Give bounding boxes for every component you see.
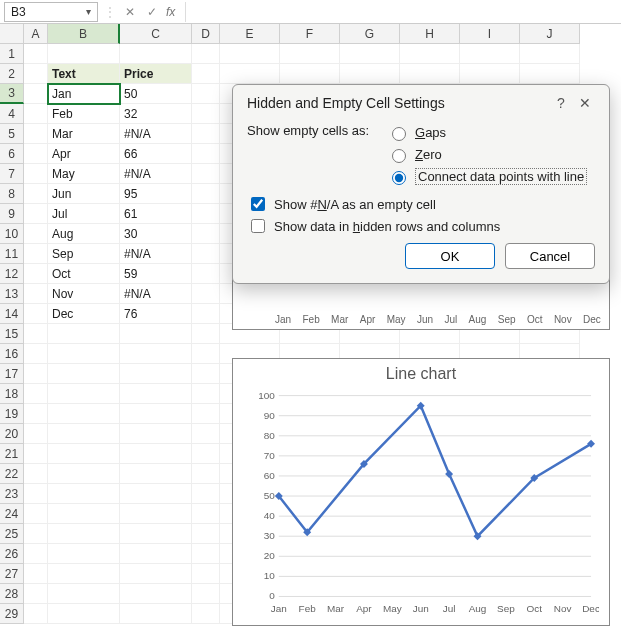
cell[interactable]: 50 xyxy=(120,84,192,104)
row-header[interactable]: 27 xyxy=(0,564,24,584)
cell[interactable] xyxy=(48,364,120,384)
cell[interactable] xyxy=(24,364,48,384)
cancel-formula-icon[interactable]: ✕ xyxy=(122,5,138,19)
cell[interactable] xyxy=(120,324,192,344)
option-gaps[interactable]: Gaps xyxy=(387,121,595,143)
cell[interactable]: Jun xyxy=(48,184,120,204)
column-header[interactable]: F xyxy=(280,24,340,44)
column-header[interactable]: J xyxy=(520,24,580,44)
column-header[interactable]: A xyxy=(24,24,48,44)
cell[interactable] xyxy=(340,44,400,64)
cell[interactable] xyxy=(24,284,48,304)
cell[interactable] xyxy=(192,604,220,624)
checkbox-show-hidden[interactable]: Show data in hidden rows and columns xyxy=(247,215,595,237)
cell[interactable]: #N/A xyxy=(120,164,192,184)
cancel-button[interactable]: Cancel xyxy=(505,243,595,269)
cell[interactable] xyxy=(48,544,120,564)
cell[interactable] xyxy=(24,584,48,604)
cell[interactable] xyxy=(192,284,220,304)
cell[interactable] xyxy=(192,384,220,404)
cell[interactable]: Jan xyxy=(48,84,120,104)
cell[interactable] xyxy=(24,184,48,204)
ok-button[interactable]: OK xyxy=(405,243,495,269)
cell[interactable]: Feb xyxy=(48,104,120,124)
row-header[interactable]: 19 xyxy=(0,404,24,424)
row-header[interactable]: 26 xyxy=(0,544,24,564)
cell[interactable] xyxy=(120,484,192,504)
cell[interactable] xyxy=(120,364,192,384)
row-header[interactable]: 14 xyxy=(0,304,24,324)
cell[interactable] xyxy=(400,64,460,84)
cell[interactable] xyxy=(48,344,120,364)
cell[interactable] xyxy=(48,424,120,444)
cell[interactable] xyxy=(220,64,280,84)
cell[interactable] xyxy=(48,324,120,344)
row-header[interactable]: 18 xyxy=(0,384,24,404)
checkbox-hidden-input[interactable] xyxy=(251,219,265,233)
cell[interactable] xyxy=(192,264,220,284)
cell[interactable] xyxy=(192,164,220,184)
cell[interactable] xyxy=(24,204,48,224)
name-box[interactable]: B3 ▾ xyxy=(4,2,98,22)
cell[interactable] xyxy=(192,544,220,564)
cell[interactable] xyxy=(520,44,580,64)
cell[interactable] xyxy=(120,504,192,524)
column-header[interactable]: E xyxy=(220,24,280,44)
row-header[interactable]: 12 xyxy=(0,264,24,284)
cell[interactable] xyxy=(48,564,120,584)
fx-icon[interactable]: fx xyxy=(166,5,175,19)
cell[interactable] xyxy=(192,304,220,324)
cell[interactable] xyxy=(460,64,520,84)
cell[interactable]: Aug xyxy=(48,224,120,244)
radio-connect[interactable] xyxy=(392,171,406,185)
checkbox-na-input[interactable] xyxy=(251,197,265,211)
radio-zero[interactable] xyxy=(392,149,406,163)
cell[interactable] xyxy=(48,524,120,544)
row-header[interactable]: 23 xyxy=(0,484,24,504)
cell[interactable] xyxy=(24,64,48,84)
cell[interactable]: Sep xyxy=(48,244,120,264)
cell[interactable] xyxy=(192,224,220,244)
cell[interactable]: Text xyxy=(48,64,120,84)
cell[interactable] xyxy=(48,484,120,504)
row-header[interactable]: 11 xyxy=(0,244,24,264)
cell[interactable] xyxy=(24,84,48,104)
cell[interactable] xyxy=(48,444,120,464)
row-header[interactable]: 29 xyxy=(0,604,24,624)
accept-formula-icon[interactable]: ✓ xyxy=(144,5,160,19)
row-header[interactable]: 6 xyxy=(0,144,24,164)
radio-gaps[interactable] xyxy=(392,127,406,141)
cell[interactable] xyxy=(192,444,220,464)
cell[interactable] xyxy=(192,244,220,264)
row-header[interactable]: 10 xyxy=(0,224,24,244)
cell[interactable] xyxy=(192,104,220,124)
cell[interactable]: 95 xyxy=(120,184,192,204)
cell[interactable] xyxy=(192,64,220,84)
row-header[interactable]: 25 xyxy=(0,524,24,544)
cell[interactable] xyxy=(192,524,220,544)
row-header[interactable]: 13 xyxy=(0,284,24,304)
cell[interactable] xyxy=(192,504,220,524)
cell[interactable] xyxy=(120,564,192,584)
column-header[interactable]: I xyxy=(460,24,520,44)
cell[interactable]: Nov xyxy=(48,284,120,304)
cell[interactable] xyxy=(192,404,220,424)
cell[interactable] xyxy=(120,604,192,624)
cell[interactable]: #N/A xyxy=(120,244,192,264)
cell[interactable]: Price xyxy=(120,64,192,84)
cell[interactable] xyxy=(24,464,48,484)
row-header[interactable]: 5 xyxy=(0,124,24,144)
cell[interactable] xyxy=(24,244,48,264)
checkbox-show-na[interactable]: Show #N/A as an empty cell xyxy=(247,193,595,215)
row-header[interactable]: 22 xyxy=(0,464,24,484)
column-header[interactable]: H xyxy=(400,24,460,44)
cell[interactable]: Mar xyxy=(48,124,120,144)
cell[interactable] xyxy=(24,304,48,324)
column-header[interactable]: C xyxy=(120,24,192,44)
cell[interactable] xyxy=(192,564,220,584)
cell[interactable] xyxy=(24,224,48,244)
cell[interactable] xyxy=(192,484,220,504)
cell[interactable] xyxy=(24,604,48,624)
cell[interactable] xyxy=(24,104,48,124)
cell[interactable] xyxy=(24,404,48,424)
